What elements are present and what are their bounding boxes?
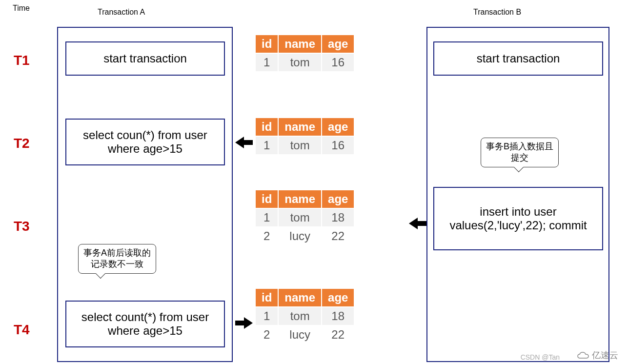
th-age: age xyxy=(322,35,354,53)
arrow-left-icon xyxy=(409,218,426,229)
td: 16 xyxy=(322,136,354,155)
watermark-csdn: CSDN @Tan xyxy=(521,353,560,361)
time-header: Time xyxy=(13,4,30,13)
th-id: id xyxy=(255,190,278,208)
time-label-t3: T3 xyxy=(14,219,30,234)
th-age: age xyxy=(322,118,354,136)
speech-txb: 事务B插入数据且提交 xyxy=(481,138,559,167)
td: lucy xyxy=(278,227,322,245)
txa-t4-box: select count(*) from user where age>15 xyxy=(65,301,225,347)
td: lucy xyxy=(278,325,322,344)
speech-txb-text: 事务B插入数据且提交 xyxy=(486,142,553,162)
cloud-icon xyxy=(577,351,589,360)
td: 1 xyxy=(255,136,278,155)
time-label-t1: T1 xyxy=(14,53,30,68)
table-t1: idnameage 1tom16 xyxy=(255,34,355,72)
td: tom xyxy=(278,136,322,155)
arrow-right-icon xyxy=(235,317,253,329)
td: 2 xyxy=(255,227,278,245)
watermark-yisu-text: 亿速云 xyxy=(592,350,618,360)
th-name: name xyxy=(278,118,322,136)
table-t2: idnameage 1tom16 xyxy=(255,117,355,155)
td: 1 xyxy=(255,307,278,325)
td: 22 xyxy=(322,325,354,344)
watermark-yisu: 亿速云 xyxy=(577,349,618,361)
txa-t1-box: start transaction xyxy=(65,41,225,76)
time-label-t4: T4 xyxy=(14,322,30,338)
th-age: age xyxy=(322,288,354,307)
td: tom xyxy=(278,53,322,72)
speech-txa-text: 事务A前后读取的记录数不一致 xyxy=(83,248,151,269)
td: 1 xyxy=(255,53,278,72)
arrow-left-icon xyxy=(235,137,253,148)
td: 18 xyxy=(322,307,354,325)
td: 22 xyxy=(322,227,354,245)
th-id: id xyxy=(255,118,278,136)
time-label-t2: T2 xyxy=(14,136,30,151)
th-name: name xyxy=(278,190,322,208)
td: 16 xyxy=(322,53,354,72)
th-id: id xyxy=(255,35,278,53)
table-t3: idnameage 1tom18 2lucy22 xyxy=(255,189,355,246)
txa-t2-box: select coun(*) from user where age>15 xyxy=(65,119,225,165)
th-name: name xyxy=(278,288,322,307)
txb-t3-box: insert into user values(2,'lucy',22); co… xyxy=(433,187,603,250)
transaction-a-header: Transaction A xyxy=(98,8,145,17)
td: 18 xyxy=(322,208,354,227)
speech-txa: 事务A前后读取的记录数不一致 xyxy=(78,244,156,274)
th-id: id xyxy=(255,288,278,307)
td: 2 xyxy=(255,325,278,344)
th-name: name xyxy=(278,35,322,53)
table-t4: idnameage 1tom18 2lucy22 xyxy=(255,288,355,344)
th-age: age xyxy=(322,190,354,208)
td: 1 xyxy=(255,208,278,227)
td: tom xyxy=(278,208,322,227)
td: tom xyxy=(278,307,322,325)
transaction-b-header: Transaction B xyxy=(473,8,521,17)
txb-t1-box: start transaction xyxy=(433,41,603,76)
